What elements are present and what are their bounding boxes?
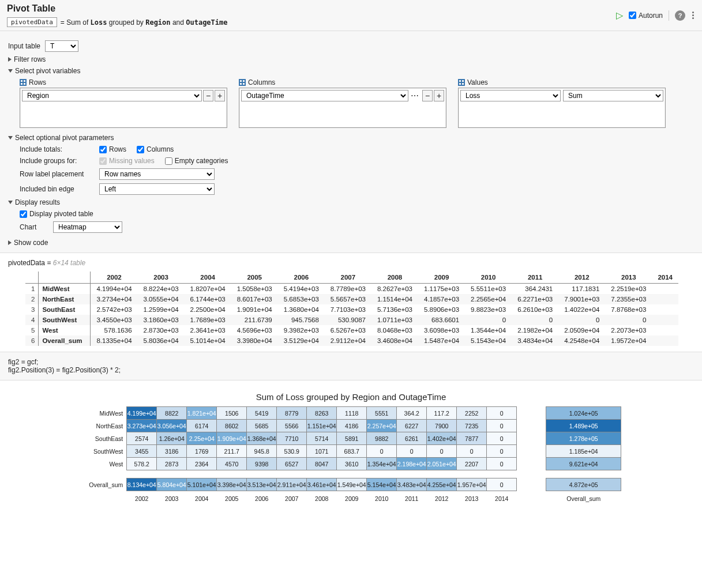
show-code-expander[interactable]: Show code: [8, 239, 694, 247]
vals-header: Values: [467, 78, 488, 86]
heatmap-output: Sum of Loss grouped by Region and Outage…: [0, 380, 702, 515]
pivot-boxes: Rows Region − + Columns OutageTime ⋯ − +: [20, 78, 694, 128]
chart-label: Chart: [20, 223, 43, 231]
display-pivoted-checkbox[interactable]: Display pivoted table: [20, 210, 93, 218]
include-totals-label: Include totals:: [20, 145, 89, 153]
totals-rows-checkbox[interactable]: Rows: [99, 145, 126, 153]
table-meta: pivotedData = 6×14 table: [8, 259, 694, 267]
task-title: Pivot Table: [7, 3, 55, 14]
cols-select[interactable]: OutageTime: [241, 90, 408, 101]
optional-params-expander[interactable]: Select optional pivot parameters: [8, 134, 694, 142]
cols-add-button[interactable]: +: [434, 90, 444, 101]
filter-rows-label: Filter rows: [14, 55, 46, 63]
kebab-menu-icon[interactable]: [691, 10, 695, 20]
cols-options-button[interactable]: ⋯: [410, 91, 421, 100]
grid-icon: [239, 79, 246, 86]
autorun-label: Autorun: [639, 12, 663, 20]
grid-icon: [458, 79, 465, 86]
output-area: pivotedData = 6×14 table 200220032004200…: [0, 253, 702, 352]
rows-header: Rows: [29, 78, 46, 86]
cols-box: OutageTime ⋯ − +: [239, 88, 446, 128]
controls-panel: Input table T Filter rows Select pivot v…: [0, 31, 702, 253]
vals-field-select[interactable]: Loss: [460, 90, 561, 101]
code-line: fig2 = gcf;: [8, 358, 694, 366]
code-line: fig2.Position(3) = fig2.Position(3) * 2;: [8, 366, 694, 374]
filter-rows-expander[interactable]: Filter rows: [8, 55, 694, 63]
pivot-vars-expander[interactable]: Select pivot variables: [8, 67, 694, 75]
rows-select[interactable]: Region: [22, 90, 202, 101]
show-code-label: Show code: [14, 239, 48, 247]
chart-select[interactable]: Heatmap: [53, 221, 122, 233]
heatmap-main: MidWest4.199e+0488221.821e+0415065419877…: [81, 406, 517, 504]
heatmap-side: 1.024e+051.489e+051.278e+051.185e+049.62…: [546, 406, 621, 504]
cols-header: Columns: [248, 78, 275, 86]
empty-categories-checkbox[interactable]: Empty categories: [165, 157, 228, 165]
autorun-checkbox[interactable]: Autorun: [629, 12, 663, 20]
vals-box: Loss Sum: [458, 88, 666, 128]
vals-agg-select[interactable]: Sum: [563, 90, 663, 101]
optional-params-label: Select optional pivot parameters: [15, 134, 114, 142]
pivot-vars-label: Select pivot variables: [15, 67, 80, 75]
chevron-right-icon: [8, 57, 12, 62]
heatmap-title: Sum of Loss grouped by Region and Outage…: [8, 392, 694, 402]
rows-remove-button[interactable]: −: [203, 90, 213, 101]
row-label-placement-select[interactable]: Row names: [99, 168, 215, 180]
chevron-right-icon: [8, 240, 12, 245]
rows-box: Region − +: [20, 88, 227, 128]
input-table-select[interactable]: T: [45, 40, 78, 52]
display-results-expander[interactable]: Display results: [8, 198, 694, 206]
divider: [669, 10, 669, 21]
missing-values-checkbox: Missing values: [99, 157, 155, 165]
display-results-label: Display results: [15, 198, 60, 206]
pivoted-data-table: 2002200320042005200620072008200920102011…: [25, 272, 678, 346]
autorun-input[interactable]: [629, 12, 636, 19]
help-icon[interactable]: ?: [675, 10, 685, 21]
formula-description: = Sum of Loss grouped by Region and Outa…: [61, 18, 228, 27]
chevron-down-icon: [8, 136, 13, 140]
output-variable-name[interactable]: pivotedData: [7, 17, 57, 27]
run-icon[interactable]: ▷: [616, 10, 623, 21]
task-header: Pivot Table pivotedData = Sum of Loss gr…: [0, 0, 702, 31]
totals-cols-checkbox[interactable]: Columns: [137, 145, 174, 153]
row-label-placement-label: Row label placement: [20, 170, 89, 178]
input-table-label: Input table: [8, 42, 40, 50]
code-block: fig2 = gcf; fig2.Position(3) = fig2.Posi…: [0, 352, 702, 380]
cols-remove-button[interactable]: −: [422, 90, 433, 101]
bin-edge-label: Included bin edge: [20, 185, 89, 193]
rows-add-button[interactable]: +: [215, 90, 225, 101]
chevron-down-icon: [8, 69, 13, 73]
grid-icon: [20, 79, 27, 86]
include-groups-label: Include groups for:: [20, 157, 89, 165]
bin-edge-select[interactable]: Left: [99, 183, 215, 195]
chevron-down-icon: [8, 201, 13, 204]
